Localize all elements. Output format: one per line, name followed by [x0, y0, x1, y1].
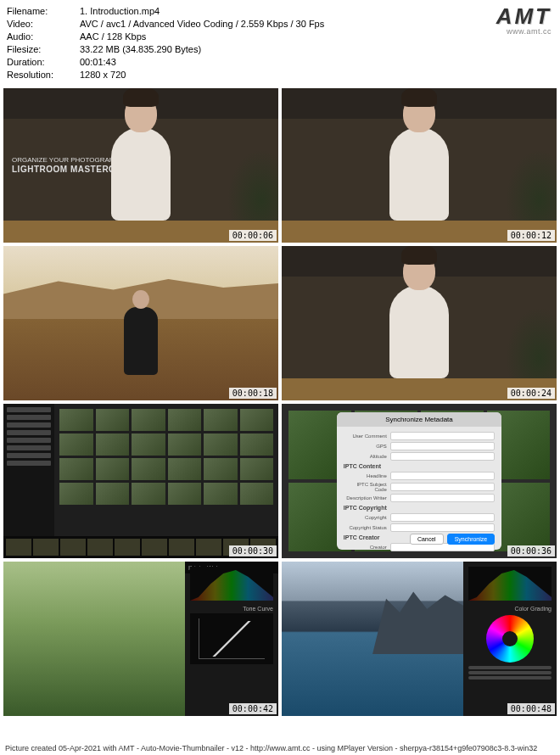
label: Video: [7, 18, 80, 30]
timestamp: 00:00:42 [229, 703, 277, 714]
label: Resolution: [7, 69, 80, 81]
section-content: IPTC Content [344, 463, 495, 469]
value: 33.22 MB (34.835.290 Bytes) [80, 43, 553, 55]
thumb-1: ORGANIZE YOUR PHOTOGRAPHS LIGHTROOM MAST… [3, 88, 278, 243]
timestamp: 00:00:06 [229, 230, 277, 241]
info-row-audio: Audio: AAC / 128 Kbps [7, 31, 553, 42]
label: Audio: [7, 31, 80, 42]
dialog-title: Synchronize Metadata [337, 412, 501, 427]
thumbnail-grid: ORGANIZE YOUR PHOTOGRAPHS LIGHTROOM MAST… [0, 85, 560, 719]
info-row-resolution: Resolution: 1280 x 720 [7, 69, 553, 81]
cancel-button[interactable]: Cancel [410, 534, 444, 545]
ocean-preview [282, 562, 463, 716]
color-panel: Color Grading [463, 562, 557, 716]
color-grading-label: Color Grading [468, 606, 552, 612]
info-row-duration: Duration: 00:01:43 [7, 56, 553, 68]
timestamp: 00:00:24 [507, 388, 555, 399]
lr-grid [54, 404, 278, 558]
metadata-dialog: Synchronize Metadata User Comment GPS Al… [337, 412, 501, 550]
timestamp: 00:00:18 [229, 388, 277, 399]
value: 1280 x 720 [80, 69, 553, 81]
develop-panel: Tone Curve [185, 562, 278, 716]
logo-text: AMT [496, 3, 552, 30]
value: 00:01:43 [80, 56, 553, 68]
histogram [190, 567, 273, 601]
person-icon [389, 127, 449, 221]
info-header: AMT www.amt.cc Filename: 1. Introduction… [0, 0, 560, 85]
lr-sidebar [3, 404, 54, 558]
person-icon [111, 127, 171, 221]
color-wheel-icon [486, 615, 534, 663]
section-copyright: IPTC Copyright [344, 505, 495, 511]
footer-credit: Picture created 05-Apr-2021 with AMT - A… [0, 741, 560, 755]
amt-logo: AMT www.amt.cc [496, 3, 552, 36]
label: Filesize: [7, 43, 80, 55]
photographer-icon [124, 307, 158, 375]
value: 1. Introduction.mp4 [80, 5, 553, 17]
thumb-8: Color Grading 00:00:48 [282, 562, 557, 716]
timestamp: 00:00:30 [229, 545, 277, 556]
thumb-2: 00:00:12 [282, 88, 557, 243]
tone-curve [190, 613, 273, 664]
person-icon [389, 285, 449, 378]
timestamp: 00:00:12 [507, 230, 555, 241]
dialog-buttons: Cancel Synchronize [410, 534, 495, 545]
value: AAC / 128 Kbps [80, 31, 553, 42]
thumb-3: 00:00:18 [3, 246, 278, 400]
tone-curve-label: Tone Curve [190, 606, 273, 612]
info-row-filesize: Filesize: 33.22 MB (34.835.290 Bytes) [7, 43, 553, 55]
thumb-6: Synchronize Metadata User Comment GPS Al… [282, 404, 557, 558]
develop-preview [3, 562, 185, 716]
value: AVC / avc1 / Advanced Video Coding / 2.5… [80, 18, 553, 30]
thumb-7: Library Develop Map Book Slideshow Print… [3, 562, 278, 716]
thumb-5: 00:00:30 [3, 404, 278, 558]
histogram [468, 567, 552, 601]
mountain-icon [372, 584, 463, 654]
label: Duration: [7, 56, 80, 68]
thumb-4: 00:00:24 [282, 246, 557, 400]
info-row-video: Video: AVC / avc1 / Advanced Video Codin… [7, 18, 553, 30]
synchronize-button[interactable]: Synchronize [447, 534, 496, 545]
label: Filename: [7, 5, 80, 17]
info-row-filename: Filename: 1. Introduction.mp4 [7, 5, 553, 17]
timestamp: 00:00:48 [507, 703, 555, 714]
timestamp: 00:00:36 [507, 545, 555, 556]
